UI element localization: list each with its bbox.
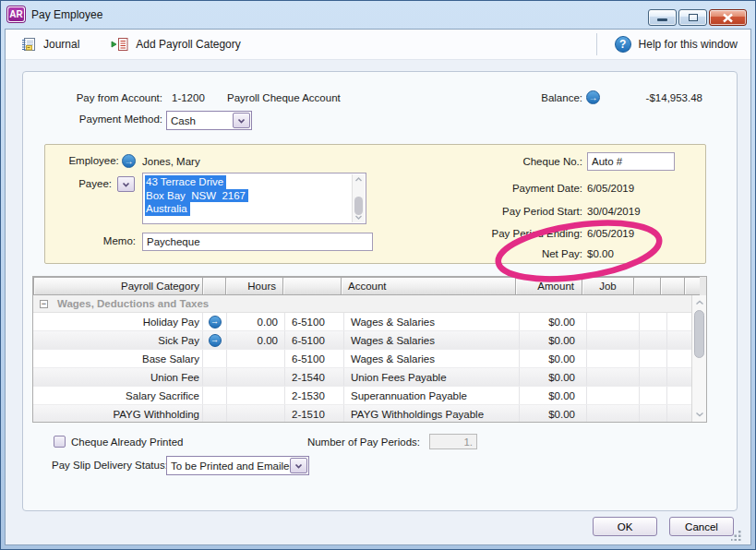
cell-hours[interactable]	[227, 387, 285, 404]
collapse-group-icon[interactable]: −	[40, 300, 48, 308]
payee-address-field[interactable]: 43 Terrace Drive Box Bay NSW 2167 Austra…	[142, 173, 366, 224]
employee-detail-arrow-icon[interactable]: →	[122, 154, 136, 168]
cell-account[interactable]: Wages & Salaries	[344, 331, 520, 349]
pay-slip-delivery-status-select[interactable]: To be Printed and Emailed	[166, 456, 309, 475]
cell-hours[interactable]	[227, 368, 285, 386]
table-row[interactable]: Salary Sacrifice 2-1530 Superannuation P…	[33, 387, 706, 405]
table-body: − Wages, Deductions and Taxes Holiday Pa…	[33, 295, 706, 422]
title-bar[interactable]: AR Pay Employee	[1, 1, 755, 28]
add-payroll-category-button[interactable]: Add Payroll Category	[103, 33, 247, 55]
row-detail-arrow-icon[interactable]: →	[209, 334, 222, 347]
header-blank[interactable]	[633, 277, 661, 295]
header-hours[interactable]: Hours	[225, 277, 283, 295]
cell-job[interactable]	[587, 350, 640, 367]
cell-account-number[interactable]: 6-5100	[285, 350, 344, 367]
table-scrollbar[interactable]	[691, 295, 706, 422]
pay-from-account-label: Pay from Account:	[23, 92, 162, 103]
header-job[interactable]: Job	[582, 277, 634, 295]
header-blank[interactable]	[202, 277, 226, 295]
scroll-down-icon[interactable]	[354, 214, 363, 221]
payment-method-value: Cash	[167, 115, 233, 126]
cell-amount[interactable]: $0.00	[520, 331, 587, 349]
cheque-already-printed-checkbox[interactable]	[54, 436, 66, 448]
cell-payroll-category[interactable]: Holiday Pay	[33, 313, 203, 330]
cell-payroll-category[interactable]: Salary Sacrifice	[33, 387, 203, 404]
help-button[interactable]: ? Help for this window	[607, 32, 745, 56]
cell-amount[interactable]: $0.00	[520, 405, 587, 422]
cell-job[interactable]	[587, 405, 640, 422]
help-icon: ?	[615, 36, 631, 53]
number-of-pay-periods-label: Number of Pay Periods:	[282, 436, 420, 448]
minimize-button[interactable]	[648, 9, 677, 26]
cell-job[interactable]	[587, 331, 640, 349]
toolbar: Journal Add Payroll Category ? Help for …	[6, 30, 750, 60]
maximize-button[interactable]	[678, 9, 707, 26]
cell-account-number[interactable]: 2-1530	[285, 387, 344, 404]
cell-payroll-category[interactable]: Sick Pay	[33, 331, 203, 349]
header-amount[interactable]: Amount	[515, 277, 582, 295]
cell-payroll-category[interactable]: PAYG Withholding	[33, 405, 203, 422]
pay-employee-panel: Pay from Account: 1-1200 Payroll Cheque …	[22, 71, 738, 511]
cell-account-number[interactable]: 2-1540	[285, 368, 344, 386]
row-detail-arrow-icon[interactable]: →	[209, 316, 222, 329]
cell-hours[interactable]	[227, 405, 285, 422]
cell-hours[interactable]	[227, 350, 285, 367]
cell-payroll-category[interactable]: Base Salary	[33, 350, 203, 367]
cell-job[interactable]	[587, 387, 640, 404]
table-row[interactable]: Base Salary 6-5100 Wages & Salaries $0.0…	[33, 350, 706, 368]
cell-job[interactable]	[587, 368, 640, 386]
table-row[interactable]: Sick Pay → 0.00 6-5100 Wages & Salaries …	[33, 331, 706, 350]
payee-scroll-thumb[interactable]	[354, 197, 363, 215]
cell-payroll-category[interactable]: Union Fee	[33, 368, 203, 386]
table-row[interactable]: Union Fee 2-1540 Union Fees Payable $0.0…	[33, 368, 706, 387]
cell-account-number[interactable]: 6-5100	[285, 331, 344, 349]
close-button[interactable]	[709, 9, 747, 26]
payee-dropdown-button[interactable]	[117, 176, 135, 192]
cancel-button[interactable]: Cancel	[669, 517, 734, 536]
payment-method-select[interactable]: Cash	[166, 111, 252, 130]
pay-slip-delivery-status-value: To be Printed and Emailed	[167, 460, 290, 472]
payee-address-line: Box Bay NSW 2167	[145, 189, 248, 203]
header-account[interactable]: Account	[341, 277, 516, 295]
table-scroll-thumb[interactable]	[694, 310, 704, 358]
header-blank[interactable]	[282, 277, 342, 295]
cell-hours[interactable]: 0.00	[227, 331, 285, 349]
cell-job[interactable]	[587, 313, 640, 330]
scroll-up-icon[interactable]	[695, 299, 704, 306]
journal-label: Journal	[43, 38, 79, 51]
cell-account[interactable]: Superannuation Payable	[344, 387, 520, 404]
cell-account[interactable]: Union Fees Payable	[344, 368, 520, 386]
net-pay-value: $0.00	[587, 248, 614, 259]
table-group-row[interactable]: − Wages, Deductions and Taxes	[33, 295, 706, 313]
cell-account-number[interactable]: 6-5100	[285, 313, 344, 330]
resize-grip[interactable]	[731, 531, 741, 541]
memo-input[interactable]	[142, 233, 373, 251]
cell-account-number[interactable]: 2-1510	[285, 405, 344, 422]
payee-address-line: Australia	[145, 202, 190, 216]
journal-button[interactable]: Journal	[13, 33, 87, 55]
header-payroll-category[interactable]: Payroll Category	[33, 277, 203, 295]
window-title: Pay Employee	[31, 8, 102, 21]
number-of-pay-periods-input	[429, 434, 477, 449]
cell-amount[interactable]: $0.00	[520, 350, 587, 367]
table-row[interactable]: Holiday Pay → 0.00 6-5100 Wages & Salari…	[33, 313, 706, 331]
cell-account[interactable]: PAYG Withholdings Payable	[344, 405, 520, 422]
cheque-no-input[interactable]	[587, 152, 675, 171]
cell-account[interactable]: Wages & Salaries	[344, 350, 520, 367]
cell-account[interactable]: Wages & Salaries	[344, 313, 520, 330]
scroll-up-icon[interactable]	[354, 176, 363, 183]
chevron-down-icon[interactable]	[290, 458, 307, 473]
app-icon: AR	[7, 6, 25, 22]
group-label: Wages, Deductions and Taxes	[57, 298, 209, 309]
scroll-down-icon[interactable]	[695, 411, 704, 418]
payee-scrollbar[interactable]	[352, 174, 365, 222]
cell-amount[interactable]: $0.00	[520, 368, 587, 386]
chevron-down-icon[interactable]	[233, 113, 250, 128]
cell-amount[interactable]: $0.00	[520, 387, 587, 404]
table-row[interactable]: PAYG Withholding 2-1510 PAYG Withholding…	[33, 405, 706, 422]
header-blank[interactable]	[660, 277, 685, 295]
cell-amount[interactable]: $0.00	[520, 313, 587, 330]
cell-hours[interactable]: 0.00	[227, 313, 285, 330]
pay-period-ending-value: 6/05/2019	[587, 228, 634, 239]
ok-button[interactable]: OK	[593, 517, 657, 536]
